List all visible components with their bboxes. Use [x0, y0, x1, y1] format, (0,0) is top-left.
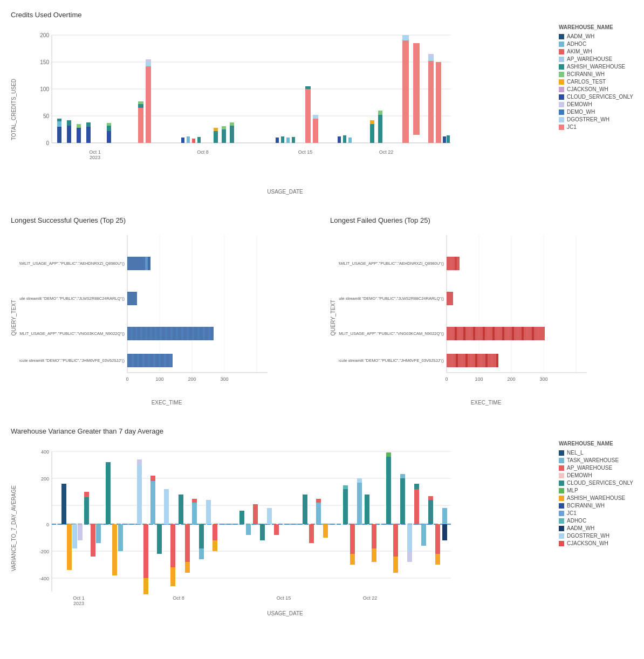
- svg-text:200: 200: [41, 476, 49, 482]
- svg-rect-45: [276, 138, 279, 143]
- svg-rect-96: [165, 327, 167, 340]
- svg-text:100: 100: [40, 86, 49, 92]
- legend-item: AADM_WH: [559, 33, 633, 39]
- svg-rect-198: [150, 476, 155, 481]
- svg-rect-57: [370, 120, 374, 124]
- chart1-svg: 0 50 100 150 200 Oct 1 2023 Oct 8 Oct 15…: [19, 24, 462, 186]
- svg-rect-129: [450, 257, 453, 270]
- legend-label-text: JC1: [567, 124, 577, 130]
- svg-rect-222: [316, 499, 321, 503]
- svg-text:50: 50: [43, 113, 50, 119]
- legend-color-box: [559, 72, 564, 77]
- legend-item: AP_WAREHOUSE: [559, 465, 633, 471]
- svg-rect-91: [140, 327, 142, 340]
- svg-rect-35: [181, 138, 184, 143]
- query-charts-section: Longest Successful Queries (Top 25) QUER…: [11, 216, 633, 406]
- svg-rect-206: [192, 503, 197, 524]
- svg-rect-140: [483, 327, 485, 340]
- legend-item: BCIRANNI_WH: [559, 71, 633, 77]
- svg-text:Oct 8: Oct 8: [197, 149, 209, 155]
- svg-rect-149: [526, 327, 529, 340]
- svg-rect-193: [137, 465, 142, 524]
- chart3-x-label: USAGE_DATE: [19, 610, 551, 616]
- svg-rect-200: [164, 489, 169, 524]
- svg-rect-68: [447, 135, 450, 143]
- svg-rect-202: [170, 567, 175, 586]
- legend-item: BCIRANNI_WH: [559, 503, 633, 509]
- legend-color-box: [559, 94, 564, 100]
- legend-label-text: BCIRANNI_WH: [567, 503, 605, 509]
- svg-rect-204: [185, 524, 190, 562]
- svg-rect-29: [138, 108, 143, 143]
- legend-label-text: DEMOWH: [567, 101, 592, 107]
- svg-rect-37: [192, 139, 195, 143]
- svg-rect-86: [148, 257, 150, 270]
- svg-text:execute streamlit "DEMO"."PUBL: execute streamlit "DEMO"."PUBLIC"."JHM6V…: [339, 358, 444, 363]
- svg-rect-150: [532, 327, 534, 340]
- chart2-right-svg: 0 100 200 300 execute streamlit "STREAML…: [339, 230, 592, 397]
- svg-rect-189: [96, 524, 101, 543]
- legend-color-box: [559, 125, 564, 130]
- svg-rect-213: [239, 511, 244, 524]
- svg-rect-109: [148, 354, 150, 367]
- chart2-left-container: QUERY_TEXT 0: [11, 230, 314, 406]
- svg-rect-245: [428, 496, 433, 500]
- legend-label-text: DEMO_WH: [567, 109, 595, 115]
- svg-text:execute streamlit "DEMO"."PUBL: execute streamlit "DEMO"."PUBLIC"."JHM6V…: [19, 358, 125, 363]
- legend-item: CJACKSON_WH: [559, 540, 633, 546]
- legend-item: ADHOC: [559, 518, 633, 524]
- svg-text:300: 300: [539, 376, 547, 382]
- svg-rect-85: [145, 257, 148, 270]
- legend-item: CLOUD_SERVICES_ONLY: [559, 94, 633, 100]
- legend-label-text: DGOSTRER_WH: [567, 116, 609, 122]
- svg-rect-196: [143, 578, 148, 594]
- svg-rect-102: [197, 327, 200, 340]
- legend-label-text: JC1: [567, 510, 577, 516]
- successful-queries-chart: Longest Successful Queries (Top 25) QUER…: [11, 216, 314, 406]
- legend-label-text: AP_WAREHOUSE: [567, 465, 612, 471]
- legend-item: AKIM_WH: [559, 49, 633, 54]
- svg-rect-97: [170, 327, 173, 340]
- legend-item: NEL_L: [559, 450, 633, 456]
- svg-rect-187: [84, 492, 89, 497]
- svg-rect-241: [414, 489, 419, 524]
- svg-rect-134: [455, 327, 457, 340]
- legend-item: DEMOWH: [559, 101, 633, 107]
- legend-color-box: [559, 64, 564, 70]
- query-charts-row: Longest Successful Queries (Top 25) QUER…: [11, 216, 633, 406]
- chart1-title: Credits Used Overtime: [11, 11, 633, 19]
- svg-rect-87: [127, 292, 137, 305]
- legend-label-text: NEL_L: [567, 450, 584, 456]
- svg-rect-132: [447, 327, 545, 340]
- svg-rect-17: [57, 127, 61, 143]
- legend-color-box: [559, 42, 564, 47]
- svg-rect-161: [491, 354, 493, 367]
- legend-item: JC1: [559, 510, 633, 516]
- svg-rect-36: [187, 136, 190, 143]
- svg-rect-224: [343, 489, 348, 524]
- svg-rect-209: [199, 548, 204, 559]
- svg-rect-137: [468, 327, 470, 340]
- svg-rect-42: [222, 126, 226, 129]
- legend-item: JC1: [559, 124, 633, 130]
- legend-color-box: [559, 496, 564, 501]
- svg-rect-243: [421, 524, 426, 546]
- svg-rect-47: [286, 138, 290, 143]
- legend-label-text: ADHOC: [567, 518, 586, 524]
- svg-rect-60: [402, 40, 409, 143]
- svg-rect-55: [348, 138, 352, 143]
- svg-rect-63: [428, 61, 434, 143]
- svg-rect-62: [413, 43, 420, 135]
- legend-color-box: [559, 49, 564, 54]
- legend-item: ASHISH_WAREHOUSE: [559, 64, 633, 70]
- chart3-area: 400 200 0 -200 -400 Oct 1 2023 Oct 8 Oct…: [19, 441, 551, 616]
- svg-text:Oct 8: Oct 8: [173, 595, 184, 601]
- svg-text:0: 0: [46, 522, 49, 527]
- svg-text:150: 150: [40, 59, 49, 65]
- svg-rect-156: [465, 354, 468, 367]
- svg-rect-151: [537, 327, 539, 340]
- svg-rect-108: [142, 354, 145, 367]
- svg-rect-221: [316, 503, 321, 524]
- legend-color-box: [559, 518, 564, 524]
- svg-rect-183: [67, 524, 72, 570]
